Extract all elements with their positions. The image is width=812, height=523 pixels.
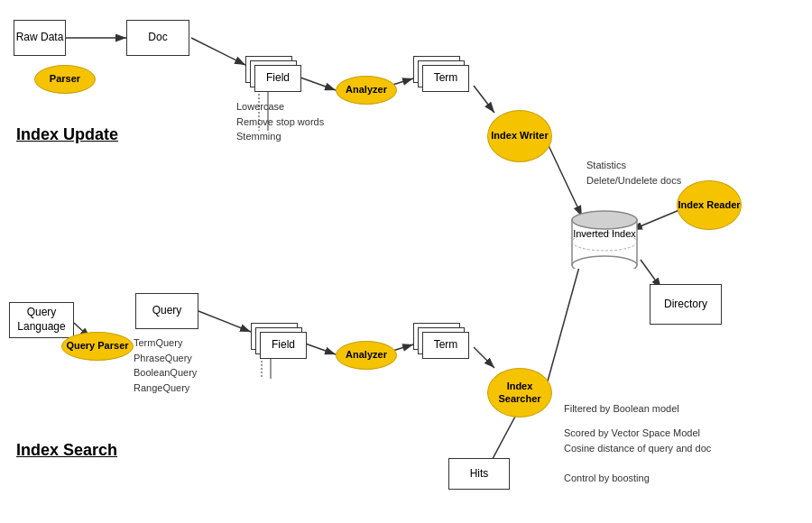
index-update-title: Index Update [16,125,118,144]
update-ops-label: LowercaseRemove stop wordsStemming [236,99,324,144]
term-top-box-3: Term [422,65,469,92]
boost-ops-label: Control by boosting [564,471,650,486]
score-ops-label: Scored by Vector Space ModelCosine dista… [564,426,711,455]
index-reader-oval: Index Reader [677,180,742,230]
svg-line-6 [546,140,582,216]
index-reader-ops-label: StatisticsDelete/Undelete docs [586,158,681,188]
hits-box: Hits [448,458,510,490]
index-search-title: Index Search [16,441,117,460]
term-bottom-box-3: Term [422,332,469,359]
field-top-box-3: Field [254,65,301,92]
directory-box: Directory [650,284,722,325]
inverted-index-label: Inverted Index [568,227,641,240]
query-box: Query [135,293,198,329]
parser-oval: Parser [34,65,96,94]
index-writer-oval: Index Writer [487,110,552,162]
doc-box: Doc [126,20,189,56]
svg-line-5 [474,86,494,113]
query-parser-oval: Query Parser [61,332,134,361]
svg-line-14 [546,257,582,388]
analyzer-top-oval: Analyzer [336,76,397,105]
filter-ops-label: Filtered by Boolean model [564,401,679,417]
svg-point-28 [572,256,637,269]
diagram-container: Index Update Index Search Raw Data Doc F… [0,0,812,523]
inverted-index-cylinder: Inverted Index [568,207,641,269]
query-language-box: Query Language [9,302,74,338]
svg-line-2 [191,38,245,65]
field-bottom-box-3: Field [260,332,307,359]
raw-data-box: Raw Data [14,20,66,56]
svg-line-10 [198,311,251,332]
search-ops-label: TermQueryPhraseQueryBooleanQueryRangeQue… [134,335,197,395]
svg-point-27 [572,211,637,229]
index-searcher-oval: Index Searcher [487,368,552,417]
svg-line-13 [474,347,494,368]
analyzer-bottom-oval: Analyzer [336,341,397,370]
